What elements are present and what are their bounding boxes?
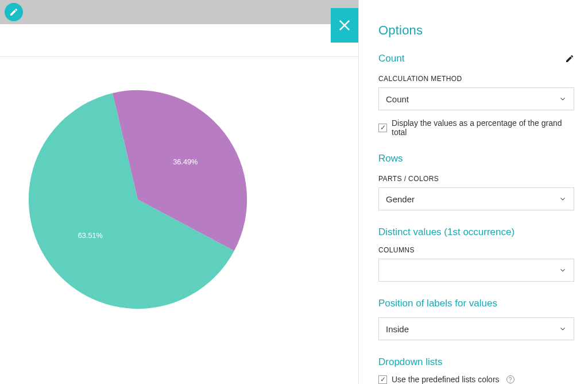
section-rows: Rows PARTS / COLORS Gender	[378, 153, 574, 210]
rows-heading: Rows	[378, 153, 403, 164]
panel-title: Options	[378, 23, 574, 38]
pencil-icon	[9, 7, 18, 17]
parts-colors-value: Gender	[386, 194, 415, 204]
edit-count-icon[interactable]	[565, 54, 574, 63]
chart-stage: 63.51%36.49%	[0, 24, 358, 384]
chevron-down-icon	[559, 266, 567, 274]
edit-fab-button[interactable]	[5, 3, 23, 21]
pie-slice-label: 63.51%	[78, 232, 103, 240]
calc-method-select[interactable]: Count	[378, 87, 574, 110]
pie-chart-container: 63.51%36.49%	[0, 87, 276, 312]
stage-divider	[0, 56, 358, 57]
options-panel-container: Options Count CALCULATION METHOD Count D…	[331, 0, 588, 384]
predefined-colors-checkbox-row[interactable]: Use the predefined lists colors ?	[378, 375, 574, 384]
percentage-checkbox[interactable]	[378, 124, 387, 132]
predefined-colors-label: Use the predefined lists colors	[392, 375, 500, 384]
close-icon	[336, 17, 353, 33]
section-position: Position of labels for values Inside	[378, 298, 574, 340]
pie-slice-label: 36.49%	[173, 158, 198, 166]
chevron-down-icon	[559, 195, 567, 203]
help-icon[interactable]: ?	[506, 375, 514, 383]
count-heading: Count	[378, 53, 404, 64]
parts-colors-label: PARTS / COLORS	[378, 175, 574, 183]
parts-colors-select[interactable]: Gender	[378, 187, 574, 210]
calc-method-label: CALCULATION METHOD	[378, 75, 574, 83]
chevron-down-icon	[559, 95, 567, 103]
percentage-checkbox-label: Display the values as a percentage of th…	[392, 118, 574, 137]
columns-select[interactable]	[378, 259, 574, 282]
predefined-colors-checkbox[interactable]	[378, 375, 387, 384]
options-panel: Options Count CALCULATION METHOD Count D…	[358, 0, 588, 384]
distinct-heading: Distinct values (1st occurrence)	[378, 226, 514, 238]
chevron-down-icon	[559, 325, 567, 333]
position-select[interactable]: Inside	[378, 317, 574, 340]
pie-chart: 63.51%36.49%	[26, 87, 250, 312]
dropdown-lists-heading: Dropdown lists	[378, 356, 443, 368]
columns-label: COLUMNS	[378, 246, 574, 254]
section-dropdown-lists: Dropdown lists Use the predefined lists …	[378, 356, 574, 384]
section-distinct: Distinct values (1st occurrence) COLUMNS	[378, 226, 574, 282]
position-value: Inside	[386, 324, 409, 334]
percentage-checkbox-row[interactable]: Display the values as a percentage of th…	[378, 118, 574, 137]
section-count: Count CALCULATION METHOD Count Display t…	[378, 53, 574, 137]
calc-method-value: Count	[386, 94, 409, 104]
position-heading: Position of labels for values	[378, 298, 497, 309]
close-panel-button[interactable]	[331, 8, 358, 43]
